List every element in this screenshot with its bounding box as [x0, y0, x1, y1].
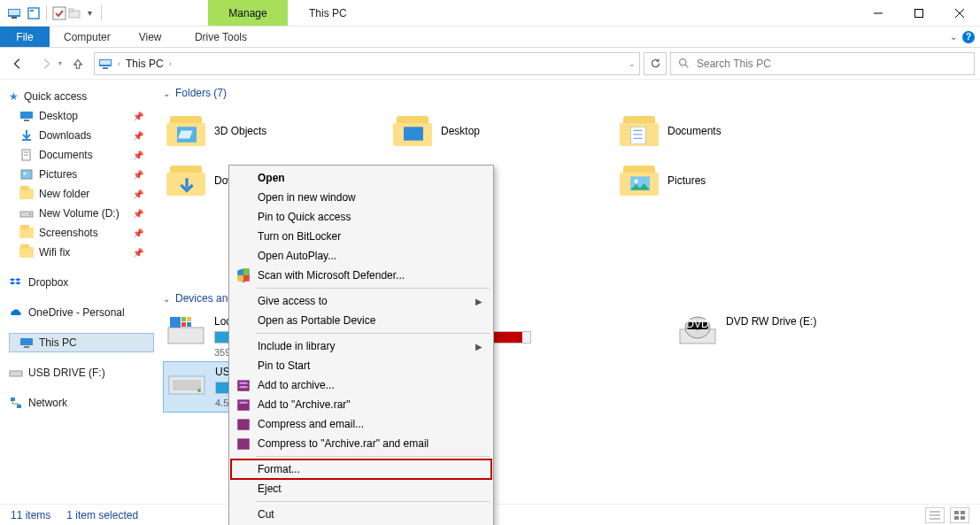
svg-rect-29	[10, 371, 22, 376]
nav-quick-access[interactable]: ★ Quick access	[9, 87, 154, 106]
address-bar[interactable]: › This PC › ⌄	[94, 52, 640, 75]
ctx-pin-start[interactable]: Pin to Start	[231, 356, 491, 375]
nav-usb-drive[interactable]: USB DRIVE (F:)	[9, 363, 154, 382]
svg-point-59	[197, 389, 201, 392]
section-folders-header[interactable]: ⌄ Folders (7)	[163, 87, 971, 99]
nav-item-documents[interactable]: Documents📌	[9, 145, 154, 165]
help-icon[interactable]: ?	[962, 31, 975, 43]
folder-label: 3D Objects	[214, 125, 266, 137]
nav-label: New folder	[39, 188, 89, 200]
ctx-autoplay[interactable]: Open AutoPlay...	[231, 246, 491, 266]
nav-label: Documents	[39, 149, 93, 161]
close-button[interactable]	[939, 0, 980, 26]
winrar-icon	[235, 397, 251, 413]
section-title: Folders (7)	[175, 87, 227, 99]
nav-item-wififix[interactable]: Wifi fix📌	[9, 243, 154, 262]
qat-properties-icon[interactable]	[27, 6, 41, 20]
svg-rect-66	[237, 399, 250, 410]
drive-icon	[19, 206, 34, 220]
ctx-pin-quick-access[interactable]: Pin to Quick access	[231, 207, 491, 227]
drive-label: DVD RW Drive (E:)	[726, 315, 816, 328]
ctx-give-access[interactable]: Give access to▶	[231, 291, 491, 311]
context-tab-label[interactable]: Manage	[208, 0, 288, 26]
ctx-bitlocker[interactable]: Turn on BitLocker	[231, 227, 491, 246]
ribbon-tab-view[interactable]: View	[125, 27, 176, 47]
folder-icon	[19, 247, 34, 258]
file-tab[interactable]: File	[0, 27, 50, 47]
svg-rect-4	[30, 10, 34, 12]
folder-label: Desktop	[441, 125, 480, 137]
nav-label: Quick access	[24, 90, 87, 103]
title-bar: ▾ Manage This PC	[0, 0, 980, 27]
nav-item-desktop[interactable]: Desktop📌	[9, 106, 154, 126]
winrar-icon	[235, 377, 251, 393]
nav-label: Downloads	[39, 129, 91, 142]
ctx-compress-email[interactable]: Compress and email...	[231, 414, 491, 434]
ctx-compress-rar-email[interactable]: Compress to "Archive.rar" and email	[231, 434, 491, 453]
pin-icon: 📌	[133, 151, 143, 160]
svg-rect-49	[187, 317, 191, 321]
ctx-portable-device[interactable]: Open as Portable Device	[231, 311, 491, 330]
shield-icon	[235, 267, 251, 283]
nav-item-pictures[interactable]: Pictures📌	[9, 165, 154, 184]
ctx-open[interactable]: Open	[231, 168, 491, 188]
nav-history-dropdown[interactable]: ▾	[58, 59, 62, 67]
ctx-open-new-window[interactable]: Open in new window	[231, 188, 491, 207]
ctx-format[interactable]: Format...	[231, 459, 491, 479]
address-dropdown-icon[interactable]: ⌄	[629, 59, 636, 68]
search-box[interactable]: Search This PC	[670, 52, 975, 75]
breadcrumb-thispc[interactable]: This PC	[126, 58, 164, 70]
svg-rect-23	[21, 170, 32, 179]
nav-onedrive[interactable]: OneDrive - Personal	[9, 303, 154, 322]
pin-icon: 📌	[133, 131, 143, 141]
nav-label: Screenshots	[39, 227, 98, 239]
crumb-chevron[interactable]: ›	[169, 59, 172, 68]
nav-item-downloads[interactable]: Downloads📌	[9, 126, 154, 145]
drive-icon	[166, 315, 205, 347]
ctx-add-archive[interactable]: Add to archive...	[231, 375, 491, 395]
ctx-cut[interactable]: Cut	[231, 505, 491, 524]
folder-desktop[interactable]: Desktop	[390, 106, 616, 156]
nav-dropbox[interactable]: Dropbox	[9, 273, 154, 292]
drive-dvd-e[interactable]: DVD DVD RW Drive (E:)	[675, 312, 901, 361]
maximize-button[interactable]	[899, 0, 939, 26]
folder-icon	[620, 114, 659, 148]
svg-rect-7	[69, 9, 73, 12]
svg-rect-64	[240, 382, 248, 384]
nav-item-volume-d[interactable]: New Volume (D:)📌	[9, 204, 154, 223]
nav-label: USB DRIVE (F:)	[28, 367, 105, 379]
folder-documents[interactable]: Documents	[616, 106, 843, 156]
qat-dropdown-icon[interactable]: ▾	[84, 8, 96, 18]
nav-back-button[interactable]	[5, 51, 30, 76]
chevron-down-icon: ⌄	[163, 89, 170, 98]
folder-icon	[166, 164, 205, 197]
nav-item-newfolder[interactable]: New folder📌	[9, 184, 154, 204]
ctx-defender[interactable]: Scan with Microsoft Defender...	[231, 266, 491, 285]
svg-rect-1	[9, 10, 19, 15]
svg-point-15	[680, 59, 686, 66]
onedrive-icon	[9, 305, 23, 320]
crumb-root-chevron[interactable]: ›	[118, 59, 120, 68]
ribbon-collapse-icon[interactable]: ⌄	[950, 32, 957, 42]
ribbon-tab-drive-tools[interactable]: Drive Tools	[181, 27, 260, 47]
ctx-eject[interactable]: Eject	[231, 479, 491, 498]
qat-newfolder-icon[interactable]	[68, 6, 82, 20]
minimize-button[interactable]	[858, 0, 899, 26]
view-icons-button[interactable]	[950, 507, 969, 523]
folder-pictures[interactable]: Pictures	[616, 156, 843, 205]
folder-3d-objects[interactable]: 3D Objects	[163, 106, 390, 156]
view-details-button[interactable]	[925, 507, 945, 523]
documents-icon	[19, 148, 34, 162]
nav-network[interactable]: Network	[9, 393, 154, 413]
qat-check-icon[interactable]	[52, 6, 66, 20]
refresh-button[interactable]	[644, 52, 667, 75]
svg-rect-46	[168, 328, 204, 344]
nav-this-pc[interactable]: This PC	[9, 333, 154, 352]
nav-up-button[interactable]	[66, 51, 90, 76]
nav-forward-button[interactable]	[34, 51, 58, 76]
svg-rect-9	[915, 9, 923, 17]
ctx-add-archive-rar[interactable]: Add to "Archive.rar"	[231, 395, 491, 414]
ribbon-tab-computer[interactable]: Computer	[50, 27, 125, 47]
nav-item-screenshots[interactable]: Screenshots📌	[9, 223, 154, 243]
ctx-include-library[interactable]: Include in library▶	[231, 336, 491, 356]
